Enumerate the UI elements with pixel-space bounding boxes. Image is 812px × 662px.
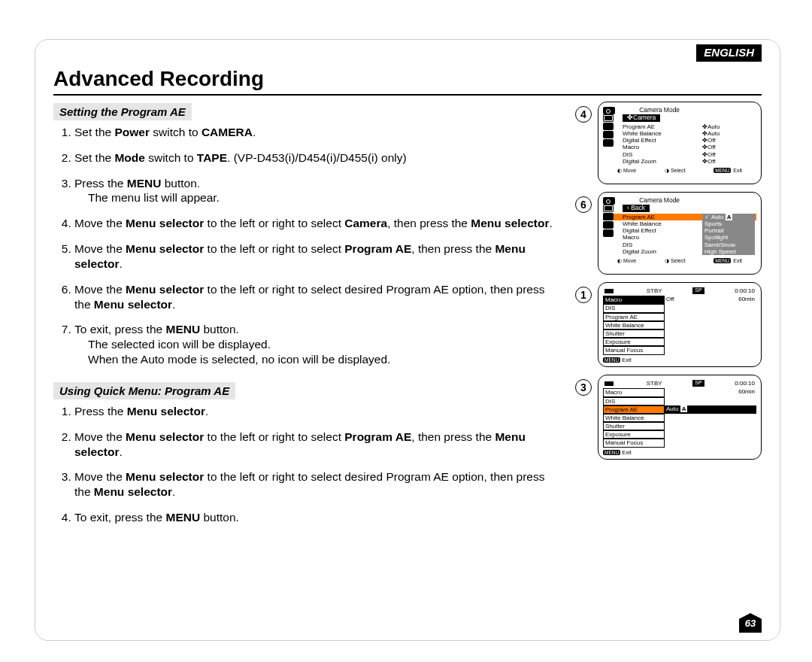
osd-row: Macro✤Off <box>603 144 756 150</box>
s1-step6: Move the Menu selector to the left or ri… <box>74 282 562 312</box>
osd-screen-4: Camera Mode ✤Camera Program AE✤AutoWhite… <box>598 102 762 184</box>
osd6-back: Back <box>623 205 650 212</box>
camera-icon <box>603 197 615 205</box>
osd-screen-6: Camera Mode Back Program AEAuto AWhite B… <box>598 192 762 275</box>
gear-tab-icon <box>603 139 614 147</box>
figure-6: 6 Camera Mode Back Program AEAuto AWhite… <box>575 192 762 275</box>
s2-step1: Press the Menu selector. <box>74 404 562 419</box>
page-title: Advanced Recording <box>53 67 762 91</box>
figure-4: 4 Camera Mode ✤Camera Program AE✤AutoWhi… <box>575 102 762 184</box>
quickmenu-row: Program AEAuto A <box>603 405 756 414</box>
quickmenu-row: Exposure <box>603 338 756 346</box>
language-tag: ENGLISH <box>696 44 762 62</box>
s1-step7: To exit, press the MENU button. The sele… <box>74 322 562 366</box>
osd-row: Digital EffectPortrait <box>603 227 756 234</box>
movie-tab-icon <box>603 213 614 220</box>
gear-tab-icon <box>603 229 614 237</box>
quickmenu-row: Macro60min <box>603 388 756 396</box>
quickmenu-row: Manual Focus <box>603 346 756 354</box>
osd4-iconcol <box>603 114 617 147</box>
osd-row: Digital ZoomHigh Speed <box>603 248 756 255</box>
text-column: Setting the Program AE Set the Power swi… <box>53 102 575 539</box>
figure-badge-1: 1 <box>575 287 592 303</box>
tape-tab-icon <box>603 131 614 138</box>
osd-row: Program AE✤Auto <box>603 123 756 130</box>
osd6-footer: ◐ Move ◑ Select MENU Exit <box>603 258 756 264</box>
s1-step2: Set the Mode switch to TAPE. (VP-D453(i)… <box>74 150 562 166</box>
osd-row: MacroSpotlight <box>603 234 756 241</box>
figure-1: 1 STBY SP 0:00:10 MacroOff60minDISProgra… <box>575 282 762 367</box>
quickmenu-row: White Balance <box>603 321 756 329</box>
osd-row: DISSand/Snow <box>603 241 756 248</box>
figure-column: 4 Camera Mode ✤Camera Program AE✤AutoWhi… <box>575 102 762 539</box>
figure-3: 3 STBY SP 0:00:10 Macro60minDISProgram A… <box>575 375 762 460</box>
s1-step1: Set the Power switch to CAMERA. <box>74 125 562 140</box>
osd-row: Digital Zoom✤Off <box>603 158 756 165</box>
section2-steps: Press the Menu selector. Move the Menu s… <box>53 404 562 525</box>
osd-row: Digital Effect✤Off <box>603 137 756 144</box>
osd-row: DIS✤Off <box>603 151 756 158</box>
section2-heading: Using Quick Menu: Program AE <box>53 382 235 399</box>
s2-step4: To exit, press the MENU button. <box>74 510 562 525</box>
quickmenu-row: Manual Focus <box>603 439 756 447</box>
section1-heading: Setting the Program AE <box>53 103 192 120</box>
quickmenu-row: DIS <box>603 397 756 405</box>
figure-badge-4: 4 <box>575 106 592 123</box>
quickmenu-screen-3: STBY SP 0:00:10 Macro60minDISProgram AEA… <box>598 375 762 460</box>
s1-step3: Press the MENU button. The menu list wil… <box>74 176 562 206</box>
s2-step2: Move the Menu selector to the left or ri… <box>74 430 562 460</box>
quickmenu-row: DIS <box>603 304 756 312</box>
quickmenu-row: Program AE <box>603 313 756 321</box>
section1-steps: Set the Power switch to CAMERA. Set the … <box>53 125 562 367</box>
page-number: 63 <box>739 613 762 633</box>
osd4-submenu: ✤Camera <box>623 114 660 122</box>
figure-badge-3: 3 <box>575 379 592 396</box>
quickmenu-row: Shutter <box>603 422 756 430</box>
s1-step4: Move the Menu selector to the left or ri… <box>74 216 562 231</box>
quickmenu-row: Exposure <box>603 430 756 439</box>
s1-step5: Move the Menu selector to the left or ri… <box>74 241 562 272</box>
osd-row: White BalanceSports <box>603 220 756 227</box>
osd4-footer: ◐ Move ◑ Select MENU Exit <box>603 168 756 174</box>
tape-tab-icon <box>603 221 614 229</box>
quickmenu-row: Shutter <box>603 329 756 338</box>
quickmenu-screen-1: STBY SP 0:00:10 MacroOff60minDISProgram … <box>598 282 762 367</box>
camera-icon <box>603 107 615 114</box>
quickmenu-row: MacroOff60min <box>603 296 756 304</box>
s2-step3: Move the Menu selector to the left or ri… <box>74 469 562 500</box>
battery-icon <box>604 289 614 293</box>
quickmenu-row: White Balance <box>603 414 756 422</box>
cam-tab-icon <box>603 205 614 212</box>
movie-tab-icon <box>603 123 614 130</box>
cam-tab-icon <box>603 114 614 122</box>
osd-row: White Balance✤Auto <box>603 130 756 137</box>
osd-row: Program AEAuto A <box>603 214 756 220</box>
figure-badge-6: 6 <box>575 196 592 213</box>
title-rule <box>53 94 762 96</box>
battery-icon <box>604 381 614 386</box>
osd6-iconcol <box>603 205 617 237</box>
